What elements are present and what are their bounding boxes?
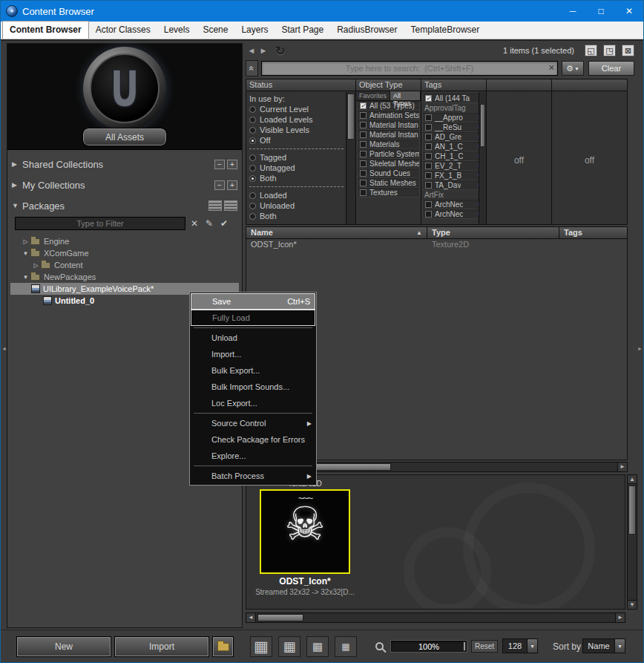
tag-option[interactable]: ArchNec0 xyxy=(422,209,485,219)
forward-icon[interactable]: ► xyxy=(257,46,269,55)
packages-header[interactable]: ▼ Packages xyxy=(12,198,237,213)
type-option-material-instance-2[interactable]: Material Instan xyxy=(357,130,420,140)
status-option-unloaded[interactable]: Unloaded xyxy=(249,200,345,211)
tab-start-page[interactable]: Start Page xyxy=(275,22,330,39)
sort-by-dropdown[interactable]: Name ▼ xyxy=(582,638,625,653)
tree-item-newpackages[interactable]: ▼ NewPackages xyxy=(10,271,239,283)
menu-item-import[interactable]: Import... xyxy=(191,346,315,362)
collapse-arrow-icon[interactable]: ▼ xyxy=(21,250,30,257)
tag-option[interactable]: CH_1_C0 xyxy=(422,151,485,161)
remove-collection-button[interactable]: − xyxy=(214,180,225,190)
type-option-animation-sets[interactable]: Animation Sets xyxy=(357,111,420,120)
status-option-both-loaded[interactable]: Both xyxy=(249,211,345,221)
chevron-down-icon[interactable]: ▼ xyxy=(527,639,537,653)
tag-option[interactable]: __ReSu0 xyxy=(422,123,485,132)
tags-scrollbar[interactable] xyxy=(479,92,486,224)
all-types-tab[interactable]: All Types xyxy=(390,91,421,100)
my-collections-header[interactable]: ▶ My Collections − + xyxy=(12,177,237,192)
scrollbar-thumb[interactable] xyxy=(628,486,636,535)
status-option-both-tags[interactable]: Both xyxy=(249,173,345,183)
scroll-left-icon[interactable]: ◄ xyxy=(246,613,256,622)
tab-content-browser[interactable]: Content Browser xyxy=(2,21,89,39)
favorites-tab[interactable]: Favorites xyxy=(356,91,390,100)
scroll-right-icon[interactable]: ► xyxy=(615,613,625,622)
scrollbar-thumb[interactable] xyxy=(480,104,485,147)
remove-collection-button[interactable]: − xyxy=(214,160,225,169)
scrollbar-thumb[interactable] xyxy=(313,463,391,471)
scroll-right-icon[interactable]: ► xyxy=(617,463,627,471)
tag-option[interactable]: __Appro0 xyxy=(422,113,485,123)
menu-item-loc-export[interactable]: Loc Export... xyxy=(191,395,315,411)
thumbnail-image[interactable]: ~~~ ☠ xyxy=(260,489,350,574)
add-collection-button[interactable]: + xyxy=(227,160,237,169)
preview-vscrollbar[interactable]: ▲ ▼ xyxy=(627,474,637,610)
column-header-name[interactable]: Name ▲ xyxy=(246,227,427,238)
tag-option[interactable]: AD_Gre0 xyxy=(422,132,485,142)
detail-view-icon[interactable] xyxy=(224,200,237,211)
clear-button[interactable]: Clear xyxy=(588,61,634,76)
popout-window-icon[interactable]: ◳ xyxy=(603,45,616,56)
menu-item-unload[interactable]: Unload xyxy=(191,330,315,346)
menu-item-bulk-export[interactable]: Bulk Export... xyxy=(191,362,315,379)
scrollbar-thumb[interactable] xyxy=(347,94,355,140)
menu-item-explore[interactable]: Explore... xyxy=(191,448,315,464)
shared-collections-header[interactable]: ▶ Shared Collections − + xyxy=(12,157,237,172)
status-option-off[interactable]: Off xyxy=(249,135,345,146)
tab-scene[interactable]: Scene xyxy=(196,22,234,39)
close-button[interactable]: ✕ xyxy=(615,1,643,22)
zoom-slider[interactable]: 100% xyxy=(390,640,467,653)
tab-levels[interactable]: Levels xyxy=(157,22,197,39)
zoom-handle[interactable] xyxy=(463,641,466,651)
chevron-down-icon[interactable]: ▼ xyxy=(614,639,625,653)
tag-option[interactable]: ArchNec0 xyxy=(422,200,485,209)
tree-item-content[interactable]: ▷ Content xyxy=(10,259,239,271)
maximize-button[interactable]: □ xyxy=(587,1,615,22)
column-header-tags[interactable]: Tags xyxy=(559,227,627,238)
thumbnail-size-small-button[interactable]: ▦ xyxy=(306,636,329,657)
status-option-tagged[interactable]: Tagged xyxy=(249,152,345,163)
type-option-all[interactable]: ✓All (53 Types) xyxy=(357,101,420,111)
clone-window-icon[interactable]: ◱ xyxy=(585,45,597,56)
column-header-type[interactable]: Type xyxy=(427,227,559,238)
title-bar[interactable]: ✦ Content Browser ─ □ ✕ xyxy=(1,1,643,22)
menu-item-bulk-import-sounds[interactable]: Bulk Import Sounds... xyxy=(191,379,315,395)
tree-item-xcomgame[interactable]: ▼ XComGame xyxy=(10,247,239,259)
type-option-skeletal-meshes[interactable]: Skeletal Meshe xyxy=(357,159,420,169)
all-assets-button[interactable]: All Assets xyxy=(83,128,166,146)
asset-thumbnail-tile[interactable]: Texture2D ~~~ ☠ ODST_Icon* Streamed 32x3… xyxy=(252,480,358,596)
tab-actor-classes[interactable]: Actor Classes xyxy=(89,22,157,39)
status-option-visible-levels[interactable]: Visible Levels xyxy=(249,125,345,135)
package-filter-input[interactable] xyxy=(15,217,185,230)
menu-item-batch-process[interactable]: Batch Process ▶ xyxy=(191,468,315,484)
type-option-textures[interactable]: Textures xyxy=(357,188,420,197)
status-option-current-level[interactable]: Current Level xyxy=(249,104,345,114)
thumbnail-size-large-button[interactable]: ▦ xyxy=(250,636,272,657)
menu-item-fully-load[interactable]: Fully Load xyxy=(191,310,315,326)
scroll-down-icon[interactable]: ▼ xyxy=(628,600,637,609)
scrollbar-thumb[interactable] xyxy=(257,614,303,621)
tab-radius-browser[interactable]: RadiusBrowser xyxy=(330,22,404,39)
status-option-loaded[interactable]: Loaded xyxy=(249,190,345,200)
collapse-arrow-icon[interactable]: ▼ xyxy=(21,274,30,281)
tags-option-all[interactable]: ✓All (144 Ta xyxy=(422,94,485,103)
check-icon[interactable]: ✔ xyxy=(218,218,230,229)
reset-zoom-button[interactable]: Reset xyxy=(471,640,498,653)
open-folder-button[interactable] xyxy=(213,637,233,656)
status-option-loaded-levels[interactable]: Loaded Levels xyxy=(249,114,345,125)
type-option-sound-cues[interactable]: Sound Cues xyxy=(357,169,420,178)
thumbnail-size-tiny-button[interactable]: ▦ xyxy=(335,636,357,657)
collapse-filter-button[interactable]: « xyxy=(246,60,258,76)
status-scrollbar[interactable] xyxy=(346,92,355,224)
type-option-static-meshes[interactable]: Static Meshes xyxy=(357,178,420,188)
collapse-right-panel-arrow[interactable]: ► xyxy=(637,339,643,357)
new-button[interactable]: New xyxy=(17,637,111,656)
type-option-material-instance-1[interactable]: Material Instan xyxy=(357,120,420,130)
type-option-particle-systems[interactable]: Particle System xyxy=(357,149,420,159)
menu-item-check-package-for-errors[interactable]: Check Package for Errors xyxy=(191,431,315,448)
asset-row-odst-icon[interactable]: ODST_Icon* Texture2D xyxy=(246,239,627,249)
thumbnail-size-dropdown[interactable]: 128 ▼ xyxy=(502,638,538,653)
search-input[interactable] xyxy=(261,61,558,76)
scroll-up-icon[interactable]: ▲ xyxy=(628,475,637,484)
close-pane-icon[interactable]: ⊠ xyxy=(622,45,634,56)
import-button[interactable]: Import xyxy=(115,637,208,656)
